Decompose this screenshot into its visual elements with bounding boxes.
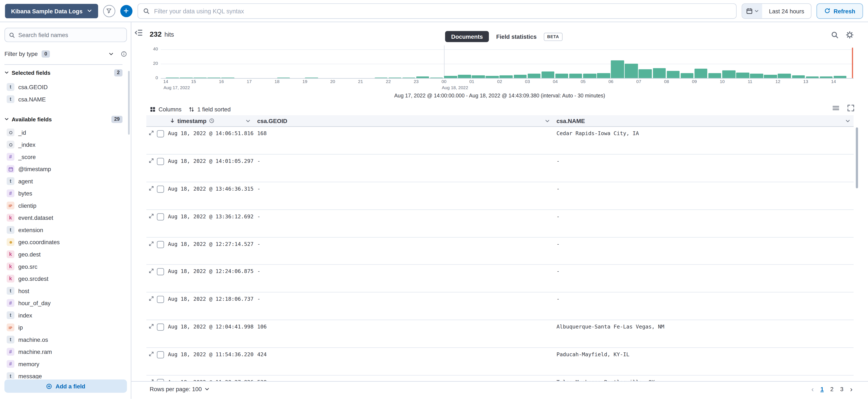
column-actions-chevron-icon[interactable]: [545, 118, 550, 123]
rows-per-page-button[interactable]: Rows per page: 100: [150, 386, 209, 392]
cell-timestamp[interactable]: Aug 18, 2022 @ 13:46:36.315: [166, 182, 254, 209]
field-filter-info-icon[interactable]: [121, 51, 127, 57]
histogram-bar[interactable]: [694, 69, 707, 78]
row-checkbox[interactable]: [157, 241, 164, 248]
histogram-bar[interactable]: [555, 74, 568, 78]
field-item-memory[interactable]: #memory: [0, 358, 128, 370]
histogram-bar[interactable]: [806, 77, 818, 78]
histogram-bar[interactable]: [833, 76, 846, 78]
histogram-bar[interactable]: [208, 77, 220, 78]
page-button-2[interactable]: 2: [828, 385, 836, 393]
histogram-bar[interactable]: [667, 71, 680, 78]
histogram-bar[interactable]: [569, 74, 582, 78]
cell-csa-geoid[interactable]: 106: [254, 320, 553, 347]
field-item-_index[interactable]: _index: [0, 138, 128, 151]
cell-csa-geoid[interactable]: -: [254, 293, 553, 320]
row-checkbox[interactable]: [157, 213, 164, 220]
field-item-geo.coordinates[interactable]: geo.coordinates: [0, 236, 128, 248]
display-options-icon[interactable]: [832, 104, 840, 112]
expand-row-icon[interactable]: [149, 130, 154, 136]
cell-csa-geoid[interactable]: -: [254, 155, 553, 181]
histogram-bar[interactable]: [541, 72, 554, 78]
sidebar-scrollbar[interactable]: [128, 71, 130, 135]
histogram-bar[interactable]: [597, 73, 610, 78]
histogram-bar[interactable]: [583, 74, 596, 78]
histogram-bar[interactable]: [764, 74, 777, 78]
cell-timestamp[interactable]: Aug 18, 2022 @ 11:54:36.220: [166, 348, 254, 375]
histogram-bar[interactable]: [305, 77, 318, 78]
column-actions-chevron-icon[interactable]: [246, 118, 251, 123]
cell-csa-name[interactable]: -: [553, 237, 854, 265]
cell-csa-name[interactable]: -: [553, 265, 854, 292]
expand-row-icon[interactable]: [149, 379, 154, 381]
histogram-bar[interactable]: [653, 68, 665, 78]
histogram-bar[interactable]: [486, 76, 499, 78]
field-item-machine.ram[interactable]: #machine.ram: [0, 345, 128, 358]
histogram-bar[interactable]: [416, 77, 429, 78]
time-picker-calendar-button[interactable]: [742, 4, 762, 18]
kql-query-input[interactable]: [154, 7, 731, 14]
row-checkbox[interactable]: [157, 379, 164, 381]
field-item-ip[interactable]: IPip: [0, 321, 128, 334]
histogram-bar[interactable]: [625, 64, 638, 78]
field-item-_id[interactable]: _id: [0, 126, 128, 138]
cell-csa-geoid[interactable]: -: [254, 182, 553, 209]
add-field-button[interactable]: Add a field: [4, 379, 127, 393]
add-filter-button[interactable]: [120, 5, 132, 17]
cell-timestamp[interactable]: Aug 18, 2022 @ 14:01:05.297: [166, 155, 254, 181]
expand-row-icon[interactable]: [149, 213, 154, 219]
histogram-bar[interactable]: [166, 77, 179, 78]
field-item-geo.srcdest[interactable]: kgeo.srcdest: [0, 272, 128, 285]
row-checkbox[interactable]: [157, 158, 164, 165]
cell-csa-name[interactable]: -: [553, 210, 854, 237]
histogram-bar[interactable]: [221, 77, 235, 78]
field-item-geo.dest[interactable]: kgeo.dest: [0, 248, 128, 261]
histogram-bar[interactable]: [820, 77, 833, 78]
field-item-index[interactable]: tindex: [0, 309, 128, 322]
field-item-hour_of_day[interactable]: #hour_of_day: [0, 297, 128, 309]
field-item-bytes[interactable]: #bytes: [0, 187, 128, 199]
field-item-machine.os[interactable]: tmachine.os: [0, 334, 128, 346]
cell-timestamp[interactable]: Aug 18, 2022 @ 12:24:06.875: [166, 265, 254, 292]
saved-query-menu-button[interactable]: [103, 5, 115, 17]
column-actions-chevron-icon[interactable]: [845, 118, 850, 123]
row-checkbox[interactable]: [157, 130, 164, 137]
previous-page-icon[interactable]: ‹: [809, 385, 816, 393]
field-item-host[interactable]: thost: [0, 285, 128, 297]
histogram-bar[interactable]: [444, 76, 457, 78]
histogram-bar[interactable]: [374, 77, 388, 78]
field-item-agent[interactable]: tagent: [0, 175, 128, 188]
field-item-clientip[interactable]: IPclientip: [0, 199, 128, 212]
field-search-box[interactable]: [4, 28, 127, 42]
cell-timestamp[interactable]: Aug 18, 2022 @ 12:27:14.527: [166, 237, 254, 265]
filter-by-type-dropdown-button[interactable]: [109, 51, 114, 56]
header-timestamp[interactable]: timestamp: [166, 115, 254, 126]
histogram-bar[interactable]: [277, 77, 290, 78]
histogram-bar[interactable]: [778, 74, 791, 78]
expand-row-icon[interactable]: [149, 186, 154, 191]
histogram-bar[interactable]: [402, 77, 415, 78]
page-button-1[interactable]: 1: [817, 385, 826, 393]
histogram-bar[interactable]: [639, 69, 652, 78]
field-item-@timestamp[interactable]: @timestamp: [0, 163, 128, 175]
refresh-button[interactable]: Refresh: [816, 3, 863, 19]
cell-csa-name[interactable]: Tulsa-Muskogee-Bartlesville, OK: [553, 375, 854, 381]
row-checkbox[interactable]: [157, 296, 164, 303]
cell-csa-name[interactable]: Albuquerque-Santa Fe-Las Vegas, NM: [553, 320, 854, 347]
field-item-event.dataset[interactable]: kevent.dataset: [0, 211, 128, 224]
histogram-bar[interactable]: [680, 73, 693, 78]
histogram-bar[interactable]: [500, 75, 513, 78]
expand-row-icon[interactable]: [149, 268, 154, 274]
fullscreen-icon[interactable]: [847, 104, 855, 112]
dataview-picker-button[interactable]: Kibana Sample Data Logs: [5, 4, 98, 18]
histogram-bar[interactable]: [736, 72, 749, 78]
cell-csa-geoid[interactable]: -: [254, 265, 553, 292]
field-item-_score[interactable]: #_score: [0, 151, 128, 163]
histogram-bar[interactable]: [750, 74, 763, 78]
histogram-bar[interactable]: [792, 75, 805, 78]
row-checkbox[interactable]: [157, 186, 164, 193]
table-scrollbar[interactable]: [856, 128, 858, 189]
histogram-bar[interactable]: [527, 74, 540, 78]
cell-csa-name[interactable]: -: [553, 155, 854, 181]
cell-timestamp[interactable]: Aug 18, 2022 @ 12:04:41.998: [166, 320, 254, 347]
